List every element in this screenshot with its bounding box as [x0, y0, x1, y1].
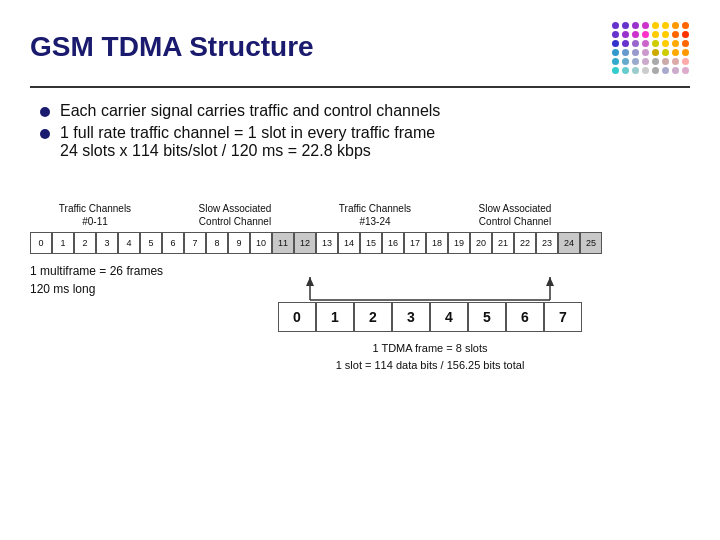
dot — [642, 40, 649, 47]
dot-grid — [612, 22, 690, 74]
dot — [612, 22, 619, 29]
dot — [632, 67, 639, 74]
title-row: GSM TDMA Structure — [30, 20, 690, 74]
tdma-labels: 1 TDMA frame = 8 slots 1 slot = 114 data… — [336, 340, 525, 373]
dot — [642, 22, 649, 29]
svg-marker-3 — [306, 277, 314, 286]
slots-row: 0123456789101112131415161718192021222324… — [30, 232, 690, 254]
slot-cell: 17 — [404, 232, 426, 254]
tdma-slots: 01234567 — [278, 302, 582, 332]
dot — [642, 49, 649, 56]
title-divider — [30, 86, 690, 88]
slot-cell: 7 — [184, 232, 206, 254]
slot-cell: 18 — [426, 232, 448, 254]
dot — [632, 40, 639, 47]
slot-cell: 20 — [470, 232, 492, 254]
dot — [652, 49, 659, 56]
dot — [682, 40, 689, 47]
dot — [642, 58, 649, 65]
bullet-points: Each carrier signal carries traffic and … — [40, 102, 690, 160]
tdma-slot-cell: 7 — [544, 302, 582, 332]
bullet-dot-1 — [40, 107, 50, 117]
dot — [672, 40, 679, 47]
tdma-label2: 1 slot = 114 data bits / 156.25 bits tot… — [336, 357, 525, 374]
slot-cell: 2 — [74, 232, 96, 254]
dot — [632, 49, 639, 56]
tdma-slot-cell: 2 — [354, 302, 392, 332]
slot-cell: 3 — [96, 232, 118, 254]
diagram-area: Traffic Channels#0-11Slow AssociatedCont… — [30, 178, 690, 373]
diagram-label: Traffic Channels#0-11 — [50, 202, 140, 228]
slot-cell: 22 — [514, 232, 536, 254]
dot — [622, 67, 629, 74]
bullet-dot-2 — [40, 129, 50, 139]
page: GSM TDMA Structure Each carrier signal c… — [0, 0, 720, 540]
dot — [672, 31, 679, 38]
dot — [622, 49, 629, 56]
dot — [682, 67, 689, 74]
dot — [662, 58, 669, 65]
dot — [622, 58, 629, 65]
dot — [642, 31, 649, 38]
bullet-text-2: 1 full rate traffic channel = 1 slot in … — [60, 124, 435, 141]
dot — [632, 31, 639, 38]
tdma-slot-cell: 6 — [506, 302, 544, 332]
dot — [612, 49, 619, 56]
dot — [662, 67, 669, 74]
slot-cell: 4 — [118, 232, 140, 254]
dot — [642, 67, 649, 74]
arrow-area — [300, 272, 560, 302]
slot-cell: 23 — [536, 232, 558, 254]
slot-cell: 14 — [338, 232, 360, 254]
slot-cell: 11 — [272, 232, 294, 254]
page-title: GSM TDMA Structure — [30, 31, 314, 63]
dot — [652, 22, 659, 29]
dot — [682, 22, 689, 29]
dot — [612, 67, 619, 74]
dot — [672, 22, 679, 29]
dot — [612, 58, 619, 65]
dot — [612, 31, 619, 38]
slot-cell: 19 — [448, 232, 470, 254]
bottom-section: 1 multiframe = 26 frames120 ms long 0123… — [30, 262, 690, 373]
slot-cell: 9 — [228, 232, 250, 254]
bullet-1: Each carrier signal carries traffic and … — [40, 102, 690, 120]
slot-cell: 21 — [492, 232, 514, 254]
dot — [672, 49, 679, 56]
dot — [682, 31, 689, 38]
slot-cell: 0 — [30, 232, 52, 254]
diagram-label: Slow AssociatedControl Channel — [475, 202, 555, 228]
dot — [672, 67, 679, 74]
dot — [662, 31, 669, 38]
tdma-label1: 1 TDMA frame = 8 slots — [336, 340, 525, 357]
bullet-2: 1 full rate traffic channel = 1 slot in … — [40, 124, 690, 160]
multiframe-label: 1 multiframe = 26 frames120 ms long — [30, 262, 170, 373]
dot — [612, 40, 619, 47]
tdma-slot-cell: 3 — [392, 302, 430, 332]
bullet-text-2b: 24 slots x 114 bits/slot / 120 ms = 22.8… — [60, 142, 371, 159]
dot — [662, 22, 669, 29]
bullet-text-1: Each carrier signal carries traffic and … — [60, 102, 440, 120]
slot-cell: 24 — [558, 232, 580, 254]
dot — [672, 58, 679, 65]
tdma-slot-cell: 5 — [468, 302, 506, 332]
dot — [622, 22, 629, 29]
tdma-slot-cell: 4 — [430, 302, 468, 332]
svg-marker-4 — [546, 277, 554, 286]
dot — [632, 58, 639, 65]
slot-cell: 13 — [316, 232, 338, 254]
slot-cell: 8 — [206, 232, 228, 254]
slot-cell: 16 — [382, 232, 404, 254]
dot — [652, 40, 659, 47]
dot — [682, 49, 689, 56]
dot — [622, 40, 629, 47]
dot — [622, 31, 629, 38]
tdma-slot-cell: 0 — [278, 302, 316, 332]
arrows-svg — [300, 272, 560, 302]
tdma-slot-cell: 1 — [316, 302, 354, 332]
dot — [652, 31, 659, 38]
slot-cell: 25 — [580, 232, 602, 254]
slot-cell: 10 — [250, 232, 272, 254]
slot-cell: 6 — [162, 232, 184, 254]
diagram-label: Slow AssociatedControl Channel — [195, 202, 275, 228]
